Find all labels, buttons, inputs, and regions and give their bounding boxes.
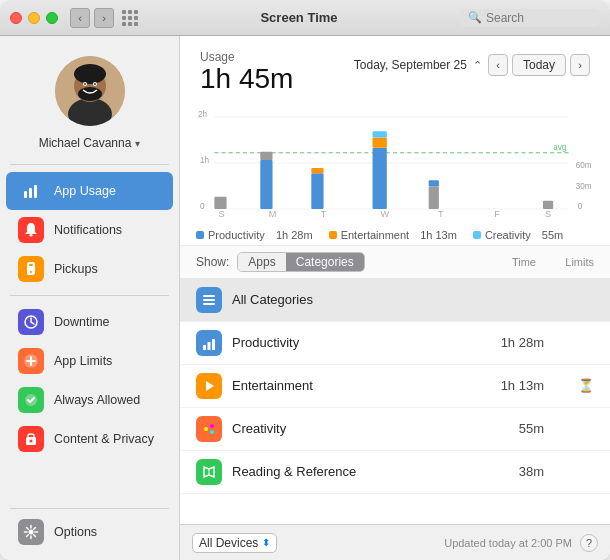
downtime-icon bbox=[18, 309, 44, 335]
svg-text:60m: 60m bbox=[576, 161, 592, 170]
date-nav: Today, September 25 ⌃ ‹ Today › bbox=[354, 54, 590, 76]
sidebar-item-app-usage[interactable]: App Usage bbox=[6, 172, 173, 210]
svg-rect-56 bbox=[212, 339, 215, 350]
search-bar[interactable]: 🔍 bbox=[460, 9, 600, 27]
legend-dot-entertainment bbox=[329, 231, 337, 239]
legend-dot-creativity bbox=[473, 231, 481, 239]
legend-label-entertainment: Entertainment bbox=[341, 229, 409, 241]
table-row[interactable]: Reading & Reference 38m bbox=[180, 451, 610, 494]
sidebar-item-notifications[interactable]: Notifications bbox=[6, 211, 173, 249]
svg-rect-41 bbox=[260, 160, 272, 209]
sidebar-item-content-privacy[interactable]: Content & Privacy bbox=[6, 420, 173, 458]
usage-left: Usage 1h 45m bbox=[200, 50, 293, 95]
creativity-icon bbox=[196, 416, 222, 442]
today-button[interactable]: Today bbox=[512, 54, 566, 76]
svg-point-15 bbox=[30, 271, 32, 273]
legend-time-productivity: 1h 28m bbox=[276, 229, 313, 241]
maximize-button[interactable] bbox=[46, 12, 58, 24]
legend-dot-productivity bbox=[196, 231, 204, 239]
sidebar-item-downtime[interactable]: Downtime bbox=[6, 303, 173, 341]
all-categories-icon bbox=[196, 287, 222, 313]
legend-entertainment: Entertainment 1h 13m bbox=[329, 229, 457, 241]
prev-date-button[interactable]: ‹ bbox=[488, 54, 508, 76]
svg-rect-47 bbox=[373, 131, 387, 137]
svg-point-8 bbox=[94, 83, 96, 85]
back-button[interactable]: ‹ bbox=[70, 8, 90, 28]
grid-button[interactable] bbox=[122, 10, 138, 26]
svg-point-20 bbox=[30, 440, 33, 443]
window-title: Screen Time bbox=[138, 10, 460, 25]
toggle-categories-button[interactable]: Categories bbox=[286, 253, 364, 271]
notifications-icon bbox=[18, 217, 44, 243]
devices-label: All Devices bbox=[199, 536, 258, 550]
sidebar-section-primary: App Usage Notifications Pickups bbox=[0, 165, 179, 295]
svg-point-59 bbox=[210, 424, 214, 428]
pickups-icon bbox=[18, 256, 44, 282]
svg-rect-52 bbox=[203, 299, 215, 301]
svg-text:S: S bbox=[218, 209, 224, 219]
show-label: Show: bbox=[196, 255, 229, 269]
reading-icon bbox=[196, 459, 222, 485]
sidebar-item-always-allowed[interactable]: Always Allowed bbox=[6, 381, 173, 419]
sidebar-label-downtime: Downtime bbox=[54, 315, 110, 329]
table-row[interactable]: All Categories bbox=[180, 279, 610, 322]
main-window: ‹ › Screen Time 🔍 bbox=[0, 0, 610, 560]
svg-point-4 bbox=[78, 87, 102, 101]
svg-point-21 bbox=[29, 530, 34, 535]
table-row[interactable]: Creativity 55m bbox=[180, 408, 610, 451]
close-button[interactable] bbox=[10, 12, 22, 24]
svg-text:M: M bbox=[269, 209, 277, 219]
svg-rect-50 bbox=[543, 201, 553, 209]
toggle-apps-button[interactable]: Apps bbox=[238, 253, 285, 271]
content-privacy-icon bbox=[18, 426, 44, 452]
svg-rect-53 bbox=[203, 303, 215, 305]
sidebar-item-options[interactable]: Options bbox=[6, 513, 173, 551]
sidebar-label-pickups: Pickups bbox=[54, 262, 98, 276]
svg-text:T: T bbox=[321, 209, 327, 219]
sidebar-section-secondary: Downtime App Limits Always Allowed bbox=[0, 296, 179, 465]
svg-rect-42 bbox=[260, 152, 272, 160]
legend-label-productivity: Productivity bbox=[208, 229, 265, 241]
sidebar-label-app-limits: App Limits bbox=[54, 354, 112, 368]
search-input[interactable] bbox=[486, 11, 596, 25]
svg-marker-57 bbox=[206, 381, 214, 391]
svg-rect-12 bbox=[30, 234, 33, 237]
help-button[interactable]: ? bbox=[580, 534, 598, 552]
creativity-time: 55m bbox=[464, 421, 544, 436]
legend-label-creativity: Creativity bbox=[485, 229, 531, 241]
user-select-button[interactable]: Michael Cavanna ▾ bbox=[33, 134, 147, 152]
svg-text:W: W bbox=[380, 209, 389, 219]
sidebar-item-app-limits[interactable]: App Limits bbox=[6, 342, 173, 380]
table-row[interactable]: Productivity 1h 28m bbox=[180, 322, 610, 365]
svg-rect-11 bbox=[34, 185, 37, 198]
content-area: Usage 1h 45m Today, September 25 ⌃ ‹ Tod… bbox=[180, 36, 610, 560]
devices-select[interactable]: All Devices ⬍ bbox=[192, 533, 277, 553]
footer: All Devices ⬍ Updated today at 2:00 PM ? bbox=[180, 524, 610, 560]
always-allowed-icon bbox=[18, 387, 44, 413]
chevron-down-icon: ▾ bbox=[135, 138, 140, 149]
sidebar-bottom: Options bbox=[0, 500, 179, 560]
svg-rect-55 bbox=[208, 342, 211, 350]
legend-time-creativity: 55m bbox=[542, 229, 563, 241]
svg-rect-40 bbox=[214, 196, 226, 208]
table-row[interactable]: Entertainment 1h 13m ⏳ bbox=[180, 365, 610, 408]
app-usage-icon bbox=[18, 178, 44, 204]
main-layout: Michael Cavanna ▾ App Usage Notifi bbox=[0, 36, 610, 560]
legend-time-entertainment: 1h 13m bbox=[420, 229, 457, 241]
svg-text:S: S bbox=[545, 209, 551, 219]
svg-text:0: 0 bbox=[578, 202, 583, 211]
col-header-time: Time bbox=[456, 256, 536, 268]
search-icon: 🔍 bbox=[468, 11, 482, 24]
sidebar-item-pickups[interactable]: Pickups bbox=[6, 250, 173, 288]
svg-rect-45 bbox=[373, 147, 387, 208]
show-row: Show: Apps Categories Time Limits bbox=[180, 245, 610, 279]
next-date-button[interactable]: › bbox=[570, 54, 590, 76]
app-limits-icon bbox=[18, 348, 44, 374]
reading-time: 38m bbox=[464, 464, 544, 479]
forward-button[interactable]: › bbox=[94, 8, 114, 28]
devices-arrow-icon: ⬍ bbox=[262, 537, 270, 548]
svg-rect-46 bbox=[373, 137, 387, 147]
date-arrows: ‹ Today › bbox=[488, 54, 590, 76]
minimize-button[interactable] bbox=[28, 12, 40, 24]
traffic-lights bbox=[10, 12, 58, 24]
